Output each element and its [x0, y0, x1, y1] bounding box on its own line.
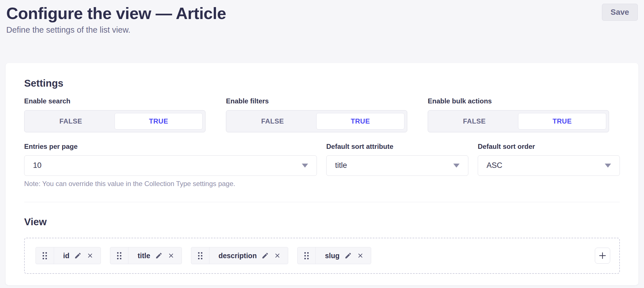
enable-bulk-actions-label: Enable bulk actions — [428, 97, 609, 105]
view-section-heading: View — [24, 215, 620, 228]
close-x-icon[interactable] — [274, 252, 281, 259]
field-pill-slug: slug — [297, 247, 371, 264]
page-header: Configure the view — Article Define the … — [0, 0, 644, 35]
entries-per-page-field: Entries per page 10 Note: You can overri… — [24, 142, 317, 188]
field-pill-label: description — [219, 252, 257, 260]
edit-pencil-icon[interactable] — [344, 252, 352, 259]
add-field-button[interactable] — [595, 248, 610, 264]
default-sort-attribute-select[interactable]: title — [326, 155, 468, 176]
field-pill-label: title — [138, 252, 150, 260]
field-pill-label: id — [63, 252, 69, 260]
settings-card: Settings Enable search FALSE TRUE Enable… — [6, 63, 638, 285]
enable-search-label: Enable search — [24, 97, 205, 105]
enable-search-toggle: FALSE TRUE — [24, 110, 205, 132]
default-sort-order-label: Default sort order — [478, 142, 620, 151]
enable-search-field: Enable search FALSE TRUE — [24, 97, 205, 132]
section-divider — [24, 202, 620, 202]
field-pill-description: description — [191, 247, 288, 264]
default-sort-order-select[interactable]: ASC — [478, 155, 620, 176]
field-pill-id: id — [36, 247, 101, 264]
close-x-icon[interactable] — [86, 252, 94, 259]
close-x-icon[interactable] — [357, 252, 364, 259]
plus-icon — [597, 251, 608, 261]
default-sort-attribute-label: Default sort attribute — [326, 142, 468, 151]
entries-per-page-note: Note: You can override this value in the… — [24, 180, 317, 188]
edit-pencil-icon[interactable] — [74, 252, 82, 259]
caret-down-icon — [605, 164, 611, 168]
enable-filters-label: Enable filters — [226, 97, 407, 105]
entries-per-page-label: Entries per page — [24, 142, 317, 151]
drag-handle-icon[interactable] — [298, 247, 316, 264]
close-x-icon[interactable] — [167, 252, 175, 259]
field-pill-title: title — [110, 247, 182, 264]
selects-row: Entries per page 10 Note: You can overri… — [24, 142, 620, 188]
entries-per-page-value: 10 — [33, 161, 41, 170]
default-sort-order-field: Default sort order ASC — [478, 142, 620, 188]
enable-filters-toggle: FALSE TRUE — [226, 110, 407, 132]
enable-search-false-option[interactable]: FALSE — [27, 113, 115, 130]
enable-bulk-actions-false-option[interactable]: FALSE — [431, 113, 518, 130]
edit-pencil-icon[interactable] — [155, 252, 163, 259]
save-button[interactable]: Save — [602, 4, 638, 21]
page-title: Configure the view — Article — [6, 3, 638, 24]
enable-bulk-actions-field: Enable bulk actions FALSE TRUE — [428, 97, 609, 132]
enable-bulk-actions-toggle: FALSE TRUE — [428, 110, 609, 132]
drag-handle-icon[interactable] — [191, 247, 209, 264]
default-sort-order-value: ASC — [487, 161, 502, 170]
drag-handle-icon[interactable] — [36, 247, 54, 264]
caret-down-icon — [453, 164, 460, 168]
drag-handle-icon[interactable] — [110, 247, 128, 264]
caret-down-icon — [302, 164, 308, 168]
enable-filters-false-option[interactable]: FALSE — [229, 113, 316, 130]
toggles-row: Enable search FALSE TRUE Enable filters … — [24, 97, 620, 132]
edit-pencil-icon[interactable] — [261, 252, 269, 259]
entries-per-page-select[interactable]: 10 — [24, 155, 317, 176]
default-sort-attribute-value: title — [335, 161, 347, 170]
enable-search-true-option[interactable]: TRUE — [115, 113, 203, 130]
default-sort-attribute-field: Default sort attribute title — [326, 142, 468, 188]
enable-bulk-actions-true-option[interactable]: TRUE — [518, 113, 606, 130]
enable-filters-field: Enable filters FALSE TRUE — [226, 97, 407, 132]
view-fields-drop-zone: id title — [24, 238, 620, 274]
settings-section-heading: Settings — [24, 77, 620, 90]
field-pill-label: slug — [325, 252, 339, 260]
enable-filters-true-option[interactable]: TRUE — [316, 113, 404, 130]
page-subtitle: Define the settings of the list view. — [6, 25, 638, 36]
